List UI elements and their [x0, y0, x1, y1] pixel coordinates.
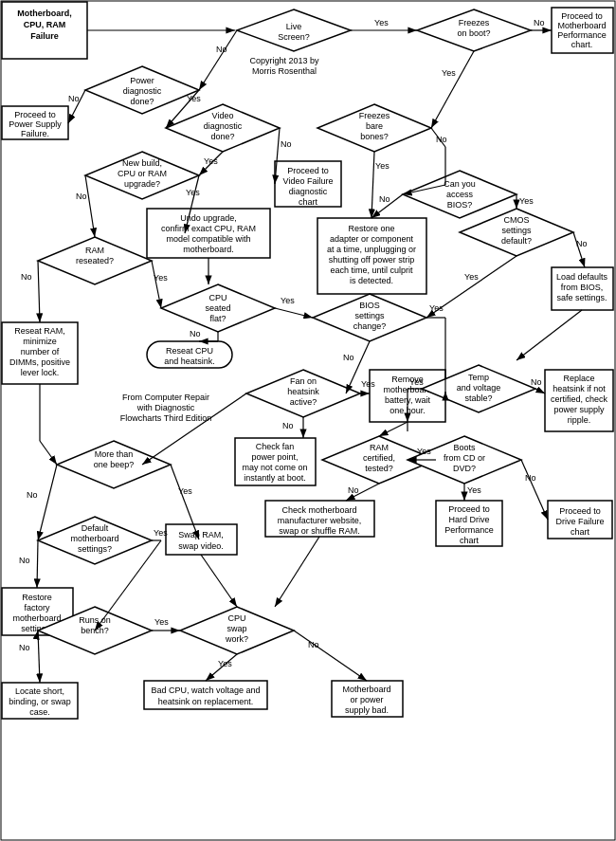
yes-label-canbios: Yes: [519, 196, 534, 206]
runs-bench-label: Runs on: [79, 615, 111, 625]
no-label-rr: No: [21, 272, 32, 282]
power-diag-label3: done?: [130, 97, 154, 106]
can-bios-label: Can you: [444, 179, 476, 189]
temp-voltage-label3: stable?: [464, 393, 492, 403]
cmos-label3: default?: [501, 236, 532, 246]
ram-certified-label: RAM: [370, 443, 389, 452]
svg-rect-57: [1, 1, 615, 840]
mb-perf-text2: Motherboard: [557, 21, 606, 30]
no-label-dmb: No: [19, 556, 30, 565]
boots-cd-label: Boots: [453, 443, 476, 452]
title-text: Motherboard,: [17, 9, 72, 18]
svg-line-44: [37, 540, 38, 588]
power-supply-text3: Failure.: [21, 129, 49, 138]
restore-factory-text: Restore: [22, 593, 52, 602]
video-fail-text: Proceed to: [287, 166, 329, 175]
mb-bad-text3: supply bad.: [345, 705, 389, 715]
no-label-pd: No: [68, 94, 80, 103]
live-screen-label: Live: [286, 22, 302, 31]
svg-line-35: [379, 422, 408, 436]
undo-upgrade-text4: motherboard.: [183, 245, 234, 254]
no-label-cpu: No: [190, 329, 201, 338]
yes-label-fan: Yes: [361, 379, 375, 389]
bad-cpu-text2: heatsink on replacement.: [158, 697, 254, 706]
video-fail-text2: Video Failure: [283, 176, 334, 186]
default-mb-label3: settings?: [78, 544, 112, 554]
bios-change-label3: change?: [353, 321, 387, 331]
cpu-seated-label3: flat?: [209, 314, 226, 323]
source-text2: with Diagnostic: [136, 403, 195, 412]
cmos-label2: settings: [501, 226, 532, 235]
svg-line-21: [38, 261, 40, 322]
svg-line-53: [275, 537, 319, 607]
mb-bad-text: Motherboard: [342, 685, 390, 694]
copyright2: Morris Rosenthal: [252, 66, 317, 76]
yes-label-bios: Yes: [429, 303, 444, 313]
replace-heatsink-text: Replace: [563, 374, 594, 383]
svg-line-52: [201, 555, 237, 607]
video-fail-text3: diagnostic: [289, 187, 328, 196]
more-beep-label2: one beep?: [94, 460, 135, 469]
replace-heatsink-text5: ripple.: [568, 415, 591, 425]
svg-line-2: [199, 30, 237, 90]
svg-line-50: [294, 631, 367, 681]
video-diag-label: Video: [212, 111, 234, 120]
live-screen-label2: Screen?: [278, 32, 310, 42]
svg-line-22: [275, 308, 313, 318]
check-fan-text: Check fan: [256, 442, 295, 451]
yes-label-pd: Yes: [187, 94, 201, 103]
svg-line-48: [38, 631, 40, 683]
ram-certified-label2: certified,: [363, 453, 395, 463]
cpu-seated-label2: seated: [205, 303, 230, 313]
restore-one-text: Restore one: [348, 224, 394, 233]
can-bios-label3: BIOS?: [447, 200, 473, 210]
load-defaults-text3: safe settings.: [556, 293, 607, 302]
hard-drive-text2: Hard Drive: [448, 515, 489, 524]
svg-line-42: [38, 465, 57, 540]
restore-factory-text2: factory: [24, 603, 50, 612]
reseat-cpu-text2: and heatsink.: [164, 357, 215, 366]
svg-line-15: [85, 175, 95, 237]
yes-label-cmos: Yes: [464, 272, 479, 282]
locate-short-text3: case.: [29, 707, 50, 717]
locate-short-text2: binding, or swap: [9, 697, 71, 706]
no-label-nb: No: [76, 192, 87, 201]
temp-voltage-label: Temp: [468, 373, 489, 382]
undo-upgrade-text2: confirm exact CPU, RAM: [161, 224, 256, 233]
yes-label-dmb: Yes: [154, 528, 168, 538]
power-diag-label: Power: [130, 76, 154, 85]
fan-heatsink-label2: heatsink: [287, 387, 319, 396]
svg-line-10: [371, 152, 374, 218]
yes-label-tv: Yes: [409, 377, 424, 387]
locate-short-text: Locate short,: [15, 686, 64, 696]
cpu-swap-label2: swap: [226, 624, 246, 633]
reseat-cpu-text: Reseat CPU: [166, 346, 213, 356]
power-supply-text2: Power Supply: [9, 119, 62, 129]
yes-label-rc: Yes: [417, 447, 431, 456]
no-label-canbios: No: [379, 194, 390, 204]
restore-one-text2: adapter or component: [330, 234, 414, 244]
load-defaults-text: Load defaults: [556, 272, 608, 282]
yes-label-bcd: Yes: [467, 485, 481, 495]
new-build-label: New build,: [122, 158, 162, 168]
svg-line-20: [152, 261, 161, 308]
no-label-tv: No: [531, 377, 542, 387]
bios-change-label: BIOS: [359, 301, 380, 310]
no-label-rc: No: [348, 485, 359, 495]
restore-one-text3: at a time, unplugging or: [327, 245, 416, 254]
yes-label-rb: Yes: [154, 617, 169, 627]
mb-bad-text2: or power: [350, 695, 383, 704]
yes-label-csw: Yes: [218, 659, 232, 668]
check-mb-text: Check motherboard: [281, 505, 356, 515]
video-diag-label3: done?: [210, 132, 234, 141]
drive-failure-text3: chart: [571, 527, 590, 537]
copyright: Copyright 2013 by: [249, 56, 319, 65]
mb-perf-text: Proceed to: [561, 11, 603, 21]
replace-heatsink-text2: heatsink if not: [553, 384, 606, 393]
hard-drive-text3: Performance: [444, 525, 494, 535]
cpu-seated-label: CPU: [208, 293, 226, 302]
swap-ram-text2: swap video.: [178, 541, 224, 551]
undo-upgrade-text3: model compatible with: [166, 234, 250, 244]
ram-reseated-label: RAM: [85, 246, 104, 255]
hard-drive-text4: chart: [460, 536, 480, 545]
